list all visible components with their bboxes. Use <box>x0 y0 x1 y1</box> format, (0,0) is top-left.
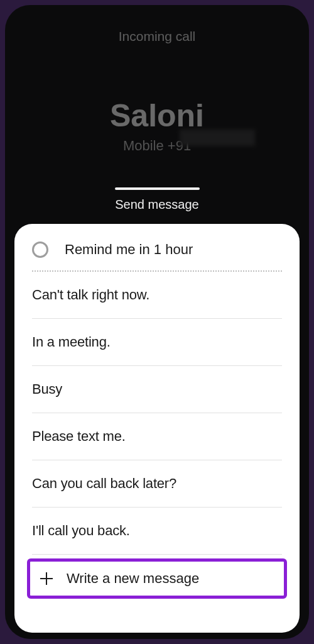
write-new-message-label: Write a new message <box>67 570 199 587</box>
plus-icon <box>39 571 54 586</box>
reminder-option[interactable]: Remind me in 1 hour <box>14 229 300 268</box>
quick-reply-sheet: Remind me in 1 hour Can't talk right now… <box>14 224 300 633</box>
sheet-header: Send message <box>5 187 309 212</box>
quick-reply-option[interactable]: Can you call back later? <box>14 460 300 507</box>
quick-reply-option[interactable]: Please text me. <box>14 413 300 460</box>
divider <box>32 554 282 555</box>
sheet-drag-handle[interactable] <box>115 187 200 190</box>
quick-reply-option[interactable]: In a meeting. <box>14 319 300 365</box>
sheet-title: Send message <box>115 197 198 212</box>
radio-unchecked-icon <box>32 242 48 258</box>
quick-reply-option[interactable]: Can't talk right now. <box>14 272 300 318</box>
quick-reply-option[interactable]: Busy <box>14 366 300 413</box>
quick-reply-option[interactable]: I'll call you back. <box>14 508 300 554</box>
write-new-message-button[interactable]: Write a new message <box>27 558 287 599</box>
phone-frame: Incoming call Saloni Mobile +91 Send mes… <box>5 5 309 639</box>
reminder-label: Remind me in 1 hour <box>65 242 193 258</box>
